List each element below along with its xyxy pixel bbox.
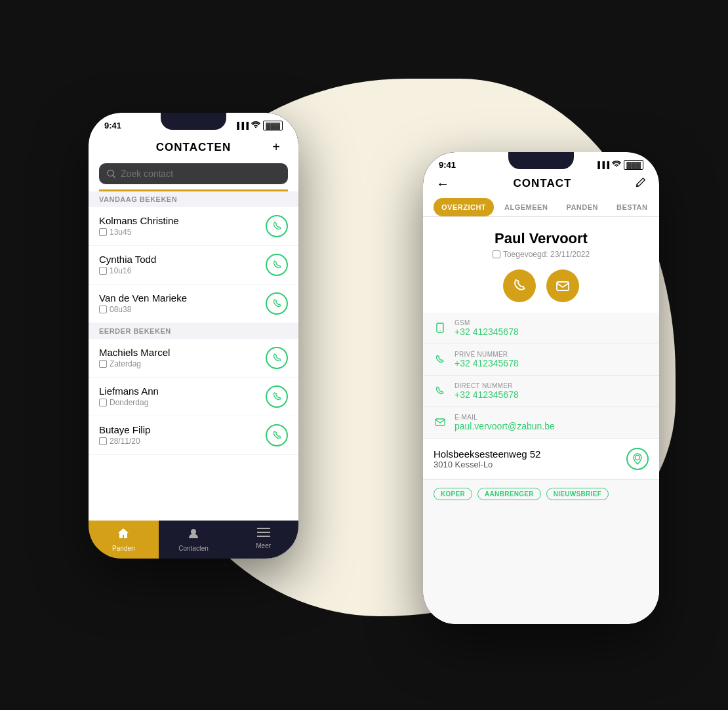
contact-name-kolmans: Kolmans Christine bbox=[99, 215, 179, 226]
info-row-prive: PRIVÉ NUMMER +32 412345678 bbox=[423, 344, 659, 376]
tags-row: KOPER AANBRENGER NIEUWSBRIEF bbox=[423, 480, 659, 508]
contact-info-van-de-ven: Van de Ven Marieke 08u38 bbox=[99, 292, 187, 314]
svg-rect-6 bbox=[557, 282, 569, 290]
tabs-bar: OVERZICHT ALGEMEEN PANDEN BESTAN bbox=[423, 198, 659, 217]
svg-point-2 bbox=[191, 529, 196, 534]
call-btn-butaye[interactable] bbox=[266, 424, 288, 446]
call-btn-cynthia[interactable] bbox=[266, 254, 288, 276]
contact-item-van-de-ven[interactable]: Van de Ven Marieke 08u38 bbox=[89, 285, 298, 323]
svg-point-10 bbox=[636, 455, 640, 460]
phones-container: 9:41 ▐▐▐ ▓▓▓ CONTACTEN + bbox=[69, 73, 659, 637]
person-icon bbox=[187, 527, 200, 543]
info-row-gsm: GSM +32 412345678 bbox=[423, 313, 659, 344]
phone-icon-gsm bbox=[434, 321, 447, 334]
cal-icon bbox=[99, 360, 107, 368]
call-btn-van-de-ven[interactable] bbox=[266, 292, 288, 315]
hero-added: Toegevoegd: 23/11/2022 bbox=[434, 250, 649, 259]
contact-hero: Paul Vervoort Toegevoegd: 23/11/2022 bbox=[423, 217, 659, 313]
hero-name: Paul Vervoort bbox=[434, 230, 649, 247]
address-row: Holsbeeksesteenweg 52 3010 Kessel-Lo bbox=[423, 439, 659, 480]
nav-meer[interactable]: Meer bbox=[228, 521, 298, 559]
contact-item-butaye[interactable]: Butaye Filip 28/11/20 bbox=[89, 416, 298, 455]
cal-icon bbox=[99, 228, 107, 236]
status-icons-1: ▐▐▐ ▓▓▓ bbox=[235, 121, 283, 130]
back-button[interactable]: ← bbox=[436, 176, 449, 191]
cal-icon bbox=[99, 267, 107, 275]
tab-panden[interactable]: PANDEN bbox=[558, 198, 606, 216]
info-content-email: E-MAIL paul.vervoort@zabun.be bbox=[455, 414, 555, 431]
contacts-list: Kolmans Christine 13u45 Cynthia Todd bbox=[89, 207, 298, 521]
contact-info-butaye: Butaye Filip 28/11/20 bbox=[99, 424, 150, 446]
search-bar bbox=[99, 163, 288, 184]
detail-info: GSM +32 412345678 PRIVÉ NUMMER +32 41234… bbox=[423, 313, 659, 624]
tab-overzicht[interactable]: OVERZICHT bbox=[434, 198, 494, 216]
svg-line-1 bbox=[113, 175, 115, 177]
contact-item-kolmans[interactable]: Kolmans Christine 13u45 bbox=[89, 207, 298, 246]
nav-header-1: CONTACTEN + bbox=[89, 133, 298, 163]
info-content-gsm: GSM +32 412345678 bbox=[455, 319, 519, 337]
edit-button[interactable] bbox=[636, 177, 646, 190]
call-btn-kolmans[interactable] bbox=[266, 215, 288, 237]
detail-title: CONTACT bbox=[514, 177, 572, 190]
section-vandaag: VANDAAG BEKEKEN bbox=[89, 191, 298, 207]
wifi-icon-2 bbox=[612, 161, 621, 168]
menu-icon bbox=[257, 527, 270, 541]
signal-icon-2: ▐▐▐ bbox=[596, 161, 609, 168]
nav-contacten[interactable]: Contacten bbox=[159, 521, 229, 559]
contact-time-kolmans: 13u45 bbox=[99, 227, 179, 237]
hero-actions bbox=[434, 269, 649, 302]
contact-info-kolmans: Kolmans Christine 13u45 bbox=[99, 215, 179, 237]
cal-icon bbox=[99, 306, 107, 313]
address-text: Holsbeeksesteenweg 52 3010 Kessel-Lo bbox=[434, 448, 540, 469]
notch-1 bbox=[161, 113, 226, 130]
bottom-nav: Panden Contacten Meer bbox=[89, 521, 298, 559]
contact-info-machiels: Machiels Marcel Zaterdag bbox=[99, 347, 170, 368]
tab-algemeen[interactable]: ALGEMEEN bbox=[496, 198, 556, 216]
status-time-2: 9:41 bbox=[439, 160, 456, 170]
status-time-1: 9:41 bbox=[104, 121, 121, 130]
tag-aanbrenger: AANBRENGER bbox=[477, 488, 541, 500]
map-pin-button[interactable] bbox=[626, 448, 649, 470]
contact-name-butaye: Butaye Filip bbox=[99, 424, 150, 435]
contact-item-machiels[interactable]: Machiels Marcel Zaterdag bbox=[89, 339, 298, 378]
info-row-direct: DIRECT NUMMER +32 412345678 bbox=[423, 376, 659, 407]
email-hero-button[interactable] bbox=[546, 269, 579, 302]
wifi-icon bbox=[251, 121, 260, 129]
detail-header: ← CONTACT bbox=[423, 172, 659, 198]
svg-rect-9 bbox=[435, 419, 445, 425]
search-input[interactable] bbox=[121, 168, 280, 179]
contact-item-liefmans[interactable]: Liefmans Ann Donderdag bbox=[89, 378, 298, 416]
contact-time-van-de-ven: 08u38 bbox=[99, 305, 187, 314]
nav-panden[interactable]: Panden bbox=[89, 521, 159, 559]
section-eerder: EERDER BEKEKEN bbox=[89, 323, 298, 339]
add-contact-button[interactable]: + bbox=[267, 138, 285, 157]
tab-bestan[interactable]: BESTAN bbox=[609, 198, 655, 216]
search-icon bbox=[107, 169, 115, 178]
contact-time-butaye: 28/11/20 bbox=[99, 437, 150, 446]
phone-icon-direct bbox=[434, 384, 447, 397]
info-row-email: E-MAIL paul.vervoort@zabun.be bbox=[423, 407, 659, 439]
contact-name-machiels: Machiels Marcel bbox=[99, 347, 170, 358]
notch-2 bbox=[508, 152, 574, 169]
cal-icon bbox=[99, 437, 107, 445]
call-btn-machiels[interactable] bbox=[266, 347, 288, 369]
cal-icon bbox=[99, 399, 107, 406]
info-content-prive: PRIVÉ NUMMER +32 412345678 bbox=[455, 351, 519, 368]
tag-koper: KOPER bbox=[434, 488, 472, 500]
info-content-direct: DIRECT NUMMER +32 412345678 bbox=[455, 382, 519, 400]
battery-icon: ▓▓▓ bbox=[263, 121, 283, 130]
home-icon bbox=[117, 527, 130, 543]
contact-name-liefmans: Liefmans Ann bbox=[99, 385, 159, 397]
email-icon-row bbox=[434, 416, 447, 429]
detail-body: Paul Vervoort Toegevoegd: 23/11/2022 bbox=[423, 217, 659, 624]
contact-name-cynthia: Cynthia Todd bbox=[99, 254, 156, 265]
phone-contacts-list: 9:41 ▐▐▐ ▓▓▓ CONTACTEN + bbox=[89, 113, 298, 559]
contact-item-cynthia[interactable]: Cynthia Todd 10u16 bbox=[89, 246, 298, 285]
phone-contact-detail: 9:41 ▐▐▐ ▓▓▓ ← CONTACT OVERZIC bbox=[423, 152, 659, 624]
call-btn-liefmans[interactable] bbox=[266, 385, 288, 408]
contact-time-cynthia: 10u16 bbox=[99, 266, 156, 275]
phone-icon-prive bbox=[434, 353, 447, 366]
call-hero-button[interactable] bbox=[503, 269, 536, 302]
contact-info-liefmans: Liefmans Ann Donderdag bbox=[99, 385, 159, 407]
signal-icon: ▐▐▐ bbox=[235, 122, 249, 129]
